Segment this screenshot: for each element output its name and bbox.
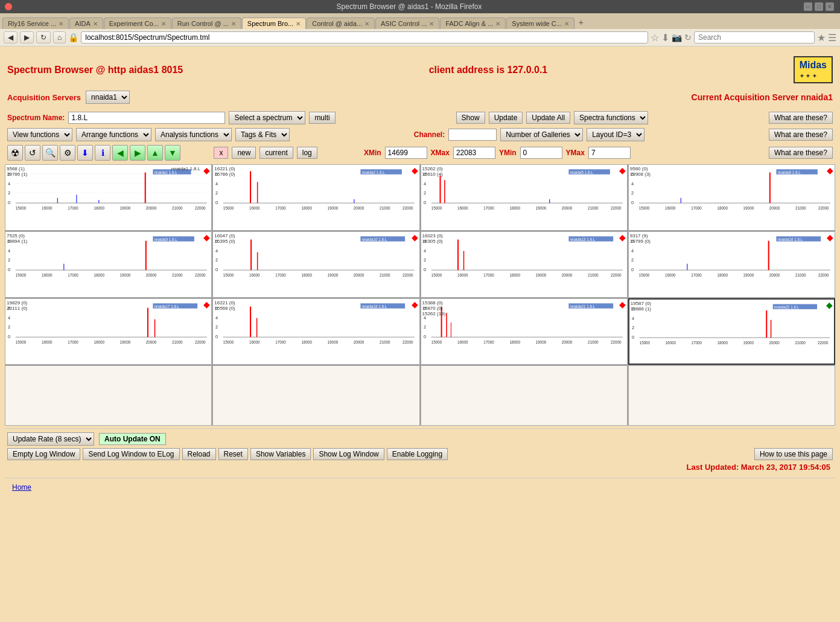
search-input[interactable]: [694, 31, 815, 43]
prev-icon[interactable]: ◀: [112, 145, 128, 161]
what-are-these-1-button[interactable]: What are these?: [769, 112, 833, 124]
tab-close-icon[interactable]: ✕: [59, 21, 63, 27]
acq-server-select[interactable]: nnaida1: [86, 91, 130, 104]
tab-systemwide[interactable]: System wide C... ✕: [506, 18, 574, 29]
channel-input[interactable]: [448, 129, 497, 141]
chart-cell-15[interactable]: [421, 365, 628, 426]
xmax-input[interactable]: [453, 147, 495, 159]
reload-nav-button[interactable]: ↻: [36, 31, 51, 43]
back-button[interactable]: ◀: [4, 31, 18, 43]
tab-rly16[interactable]: Rly16 Service ... ✕: [2, 18, 69, 29]
chart-cell-4[interactable]: ◆ 9560 (0)19908 (3) 6 4 2 0 15000 16000 …: [628, 164, 835, 231]
new-button[interactable]: new: [232, 147, 256, 159]
chart-cell-1[interactable]: ◆ 9568 (1)19786 (1) nnaida1 1.8.L 6 4 2 …: [5, 164, 212, 231]
maximize-btn[interactable]: □: [815, 2, 823, 11]
bookmark-icon[interactable]: ☆: [651, 32, 659, 43]
info-icon[interactable]: ℹ: [95, 145, 110, 161]
home-link[interactable]: Home: [10, 481, 830, 494]
show-log-window-button[interactable]: Show Log Window: [313, 448, 384, 460]
chart-cell-6[interactable]: ◆ 16047 (0)16395 (0) 6 4 2 0 15000 16000…: [212, 231, 419, 298]
forward-button[interactable]: ▶: [20, 31, 34, 43]
number-galleries-select[interactable]: Number of Galleries: [500, 128, 583, 141]
tab-aida[interactable]: AIDA ✕: [69, 18, 103, 29]
layout-id-select[interactable]: Layout ID=3: [587, 128, 644, 141]
x-button[interactable]: x: [214, 147, 228, 159]
star-icon[interactable]: ★: [817, 32, 826, 43]
show-variables-button[interactable]: Show Variables: [250, 448, 311, 460]
tags-fits-select[interactable]: Tags & Fits: [235, 128, 290, 141]
tab-close-icon[interactable]: ✕: [296, 21, 301, 27]
minimize-btn[interactable]: ─: [804, 2, 812, 11]
url-bar[interactable]: [81, 31, 648, 43]
tab-close-icon[interactable]: ✕: [564, 21, 569, 27]
tab-experiment[interactable]: Experiment Co... ✕: [104, 18, 171, 29]
refresh-icon[interactable]: ↻: [684, 33, 692, 42]
reset-button[interactable]: Reset: [218, 448, 248, 460]
tab-runcontrol[interactable]: Run Control @ ... ✕: [172, 18, 241, 29]
download-spectrum-icon[interactable]: ⬇: [77, 145, 93, 161]
arrange-functions-select[interactable]: Arrange functions: [76, 128, 151, 141]
close-btn[interactable]: ✕: [826, 2, 834, 11]
reload-button[interactable]: Reload: [182, 448, 216, 460]
camera-icon[interactable]: 📷: [672, 33, 682, 42]
home-nav-button[interactable]: ⌂: [53, 31, 66, 43]
log-button[interactable]: log: [297, 147, 317, 159]
next-icon[interactable]: ▶: [130, 145, 145, 161]
scroll-down-icon[interactable]: ▼: [165, 145, 180, 161]
tab-close-icon[interactable]: ✕: [364, 21, 369, 27]
chart-cell-11[interactable]: ◆ 15388 (0)15870 (0)15262 (19) 6 4 2 0 1…: [421, 298, 628, 365]
auto-update-button[interactable]: Auto Update ON: [99, 433, 166, 445]
add-tab-button[interactable]: +: [575, 16, 587, 29]
chart-cell-3[interactable]: ◆ 15262 (0)15610 (4) 6 4 2 0 15000 16000…: [421, 164, 628, 231]
spectra-functions-select[interactable]: Spectra functions: [574, 111, 648, 124]
what-are-these-2-button[interactable]: What are these?: [769, 129, 833, 141]
download-icon[interactable]: ⬇: [661, 32, 669, 43]
radiation-icon[interactable]: ☢: [7, 145, 23, 161]
tab-close-icon[interactable]: ✕: [495, 21, 500, 27]
chart-cell-5[interactable]: ◆ 7525 (0)19894 (1) 6 4 2 0 15000 16000 …: [5, 231, 212, 298]
ymax-input[interactable]: [588, 147, 631, 159]
svg-text:18000: 18000: [509, 340, 520, 344]
chart-cell-13[interactable]: [5, 365, 212, 426]
tab-spectrum[interactable]: Spectrum Bro... ✕: [242, 18, 306, 29]
zoom-in-icon[interactable]: 🔍: [42, 145, 58, 161]
chart-cell-10[interactable]: ◆ 16221 (0)16568 (0) 6 4 2 0 15000 16000…: [212, 298, 419, 365]
send-log-button[interactable]: Send Log Window to ELog: [83, 448, 179, 460]
what-are-these-3-button[interactable]: What are these?: [769, 147, 833, 159]
refresh-spectrum-icon[interactable]: ↺: [25, 145, 40, 161]
ymin-input[interactable]: [520, 147, 562, 159]
chart-cell-7[interactable]: ◆ 16023 (0)16305 (0) 6 4 2 0 15000 16000…: [421, 231, 628, 298]
chart-cell-12[interactable]: ◆ 19587 (0)19886 (1) 6 4 2 0 15000 16000…: [628, 298, 835, 365]
tab-close-icon[interactable]: ✕: [161, 21, 166, 27]
settings-icon[interactable]: ⚙: [60, 145, 75, 161]
view-functions-select[interactable]: View functions: [7, 128, 72, 141]
select-spectrum-dropdown[interactable]: Select a spectrum: [229, 111, 305, 124]
update-rate-select[interactable]: Update Rate (8 secs): [7, 432, 94, 446]
tab-fadc[interactable]: FADC Align & ... ✕: [440, 18, 506, 29]
current-button[interactable]: current: [259, 147, 293, 159]
xmin-input[interactable]: [385, 147, 427, 159]
empty-log-button[interactable]: Empty Log Window: [7, 448, 80, 460]
how-to-use-button[interactable]: How to use this page: [754, 448, 833, 460]
show-button[interactable]: Show: [456, 112, 485, 124]
chart-cell-8[interactable]: ◆ 9317 (9)19799 (0) 6 4 2 0 15000 16000 …: [628, 231, 835, 298]
update-all-button[interactable]: Update All: [526, 112, 570, 124]
tab-close-icon[interactable]: ✕: [93, 21, 98, 27]
spectrum-name-input[interactable]: [68, 112, 225, 124]
close-window-btn[interactable]: [5, 3, 12, 10]
tab-close-icon[interactable]: ✕: [231, 21, 236, 27]
chart-cell-2[interactable]: ◆ 16221 (0)16786 (0) 6 4 2 0 15000 16000…: [212, 164, 419, 231]
chart-cell-9[interactable]: ◆ 19829 (0)20111 (0) 6 4 2 0 15000 16000…: [5, 298, 212, 365]
chart-cell-14[interactable]: [212, 365, 419, 426]
tab-asic[interactable]: ASIC Control ... ✕: [375, 18, 439, 29]
tab-close-icon[interactable]: ✕: [429, 21, 434, 27]
tab-control[interactable]: Control @ aida... ✕: [307, 18, 375, 29]
chart-cell-16[interactable]: [628, 365, 835, 426]
scroll-up-icon[interactable]: ▲: [147, 145, 163, 161]
multi-button[interactable]: multi: [309, 112, 335, 124]
menu-icon[interactable]: ☰: [828, 32, 836, 43]
analysis-functions-select[interactable]: Analysis functions: [155, 128, 232, 141]
update-button[interactable]: Update: [489, 112, 523, 124]
svg-text:18000: 18000: [302, 273, 313, 277]
enable-logging-button[interactable]: Enable Logging: [387, 448, 448, 460]
